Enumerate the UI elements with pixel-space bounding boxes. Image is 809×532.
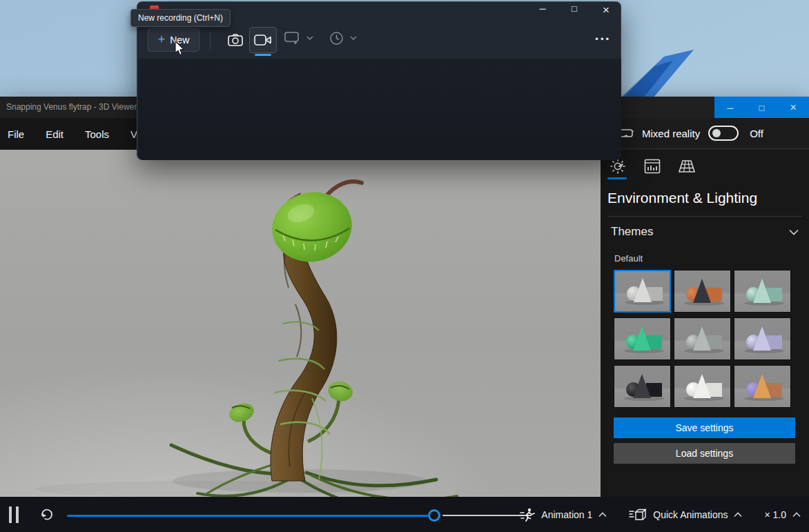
panel-divider [601, 148, 809, 149]
theme-tile-orange[interactable] [674, 270, 731, 313]
panel-tabs [601, 154, 809, 179]
theme-tile-lavender[interactable] [734, 317, 791, 360]
recorder-content-area [138, 59, 621, 160]
chevron-up-icon[interactable] [598, 512, 607, 518]
chevron-down-icon [306, 36, 313, 41]
timeline-slider[interactable] [67, 509, 532, 522]
theme-tile-multicolor[interactable] [734, 365, 791, 408]
cone-shape [633, 374, 651, 398]
cone-shape [634, 278, 652, 302]
viewer-minimize-button[interactable]: ─ [720, 103, 741, 113]
chevron-up-icon[interactable] [792, 512, 801, 518]
menu-file[interactable]: File [6, 126, 26, 143]
mixed-reality-toggle[interactable] [708, 126, 739, 141]
record-mode-button[interactable] [249, 27, 277, 53]
mixed-reality-row: Mixed reality Off [601, 118, 809, 148]
playback-speed-label[interactable]: × 1.0 [764, 509, 786, 520]
cone-shape [753, 374, 771, 398]
video-camera-icon [254, 34, 272, 46]
region-select-icon [284, 31, 300, 45]
see-more-button[interactable]: ••• [595, 34, 611, 44]
playback-bar: Animation 1 Quick Animations × 1.0 [0, 497, 809, 532]
playbar-controls: Animation 1 Quick Animations × 1.0 [518, 497, 801, 532]
viewer-caption-buttons: ─ □ × [714, 97, 809, 119]
chevron-up-icon[interactable] [734, 512, 742, 518]
theme-tile-light-gray[interactable] [614, 270, 671, 313]
animation-select-label[interactable]: Animation 1 [541, 509, 592, 520]
cone-shape [693, 326, 711, 351]
tab-stats[interactable] [643, 157, 661, 175]
viewer-close-button[interactable]: × [783, 101, 803, 114]
quick-animations-cube-icon [629, 508, 647, 522]
theme-tile-emerald[interactable] [614, 317, 671, 360]
loop-icon [39, 507, 55, 522]
animation-run-icon [518, 507, 535, 522]
recorder-caption-buttons: ─ □ × [535, 3, 614, 17]
load-settings-button[interactable]: Load settings [614, 443, 795, 464]
cone-shape [633, 326, 651, 351]
themes-section-header[interactable]: Themes [611, 225, 799, 239]
theme-grid [614, 270, 793, 408]
menu-edit[interactable]: Edit [44, 126, 65, 143]
toggle-knob [712, 129, 721, 137]
timeline-thumb[interactable] [428, 509, 440, 522]
photo-camera-icon [227, 32, 244, 48]
cone-shape [753, 326, 771, 351]
selected-tab-indicator [607, 177, 627, 179]
mixed-reality-label: Mixed reality [642, 128, 700, 139]
plus-icon: + [158, 33, 166, 46]
cone-shape [693, 279, 711, 303]
panel-heading: Environment & Lighting [607, 190, 757, 206]
cone-shape [693, 374, 711, 398]
save-settings-button[interactable]: Save settings [614, 417, 795, 438]
theme-group-label: Default [614, 253, 643, 264]
recorder-toolbar: + New [137, 26, 621, 56]
theme-tile-teal[interactable] [734, 270, 791, 313]
snip-mode-button[interactable] [222, 27, 249, 53]
chevron-down-icon [350, 36, 357, 41]
cone-shape [753, 279, 771, 303]
grid-floor-icon [678, 159, 696, 174]
3d-viewer-window: Snapping Venus flytrap - 3D Viewer ─ □ ×… [0, 97, 809, 532]
viewer-window-title: Snapping Venus flytrap - 3D Viewer [6, 102, 137, 112]
menu-tools[interactable]: Tools [84, 126, 110, 143]
venus-flytrap-model [0, 150, 601, 497]
lighting-sun-icon [610, 158, 626, 175]
environment-panel: Mixed reality Off [601, 118, 809, 497]
recorder-minimize-button[interactable]: ─ [535, 3, 550, 17]
timer-dropdown[interactable] [329, 31, 357, 46]
chevron-down-icon[interactable] [789, 229, 799, 235]
toolbar-divider [210, 32, 211, 50]
heading-divider [607, 216, 802, 217]
loop-button[interactable] [39, 507, 55, 524]
tooltip: New recording (Ctrl+N) [130, 9, 231, 27]
selected-mode-indicator [255, 54, 271, 56]
theme-tile-silver[interactable] [674, 317, 731, 360]
mixed-reality-state: Off [750, 128, 763, 139]
themes-label: Themes [611, 225, 653, 239]
viewer-maximize-button[interactable]: □ [751, 103, 772, 113]
region-select-dropdown[interactable] [284, 31, 313, 45]
timeline-progress [67, 515, 428, 517]
tab-grid-floor[interactable] [678, 157, 696, 175]
timer-icon [329, 31, 344, 46]
stats-icon [644, 159, 661, 174]
recorder-maximize-button[interactable]: □ [567, 3, 582, 17]
new-recording-button[interactable]: + New [148, 28, 199, 52]
3d-viewport[interactable] [0, 150, 601, 497]
pause-button[interactable] [9, 506, 23, 523]
quick-animations-label[interactable]: Quick Animations [653, 509, 728, 520]
theme-tile-black[interactable] [614, 365, 671, 408]
recorder-close-button[interactable]: × [598, 3, 614, 17]
mouse-cursor [175, 41, 185, 56]
theme-tile-white[interactable] [674, 365, 731, 408]
